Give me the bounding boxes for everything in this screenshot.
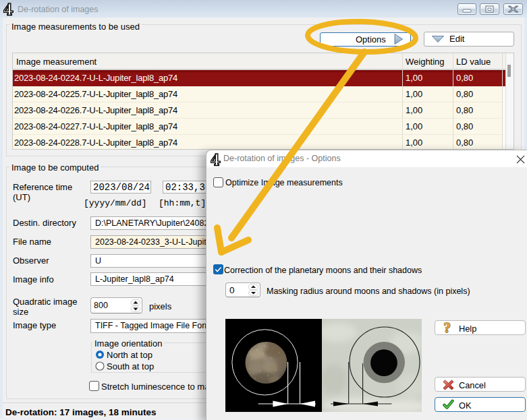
svg-text:?: ? <box>444 320 451 334</box>
